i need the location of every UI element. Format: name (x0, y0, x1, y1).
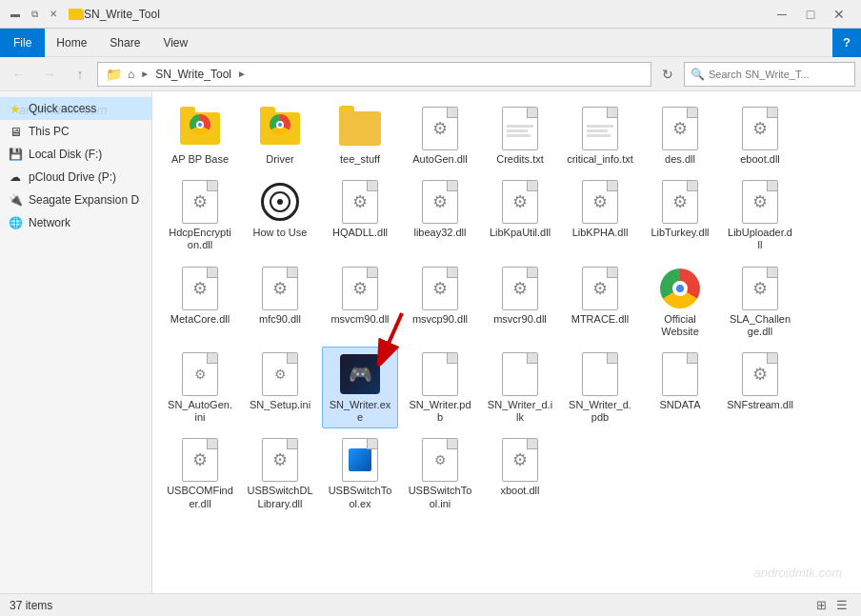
svg-line-1 (383, 313, 402, 356)
address-crumb-home: ⌂ (128, 68, 134, 81)
file-icon-snwriterdilk (497, 351, 543, 397)
file-item-eboot[interactable]: ⚙ eboot.dll (722, 101, 798, 170)
view-menu[interactable]: View (151, 29, 199, 57)
file-icon-libturkey: ⚙ (657, 179, 703, 225)
sidebar-label-localdisk: Local Disk (F:) (29, 148, 102, 161)
file-item-mfc90[interactable]: ⚙ mfc90.dll (242, 261, 318, 343)
search-input[interactable] (709, 69, 842, 80)
file-label-usbswitchini: USBSwitchTool.ini (407, 485, 473, 509)
file-item-snwriterpdb[interactable]: SN_Writer.pdb (402, 347, 478, 428)
file-item-msvcp90[interactable]: ⚙ msvcp90.dll (402, 261, 478, 343)
address-arrow-2: ► (237, 69, 247, 79)
file-item-libkpha[interactable]: ⚙ LibKPHA.dll (562, 174, 638, 256)
file-icon-apbpbase (177, 106, 223, 151)
file-label-xboot: xboot.dll (501, 485, 540, 497)
file-item-teestuff[interactable]: tee_stuff (322, 101, 398, 170)
sidebar-label-quickaccess: Quick access (29, 102, 96, 115)
minimize-button[interactable]: ─ (768, 0, 796, 29)
home-menu[interactable]: Home (45, 29, 98, 57)
file-item-criticalinfo[interactable]: critical_info.txt (562, 101, 638, 170)
refresh-button[interactable]: ↻ (655, 62, 680, 87)
file-item-snwriterdpdb[interactable]: SN_Writer_d.pdb (562, 347, 638, 428)
file-item-autogen[interactable]: ⚙ AutoGen.dll (402, 101, 478, 170)
file-label-sndata: SNDATA (660, 399, 701, 411)
file-icon-officialwebsite (657, 266, 703, 311)
file-item-libeay[interactable]: ⚙ libeay32.dll (402, 174, 478, 256)
file-item-officialwebsite[interactable]: Official Website (642, 261, 718, 343)
file-icon-metacore: ⚙ (177, 266, 223, 311)
file-item-msvcr90[interactable]: ⚙ msvcr90.dll (482, 261, 558, 343)
sidebar-item-quickaccess[interactable]: ★ Quick access (0, 97, 151, 120)
file-label-eboot: eboot.dll (740, 153, 780, 166)
file-item-des[interactable]: ⚙ des.dll (642, 101, 718, 170)
file-item-howtouse[interactable]: How to Use (242, 174, 318, 256)
file-item-libkpautil[interactable]: ⚙ LibKpaUtil.dll (482, 174, 558, 256)
sidebar-item-pcloud[interactable]: ☁ pCloud Drive (P:) (0, 166, 151, 189)
file-item-snsetup[interactable]: ⚙ SN_Setup.ini (242, 347, 318, 428)
file-label-des: des.dll (665, 153, 695, 166)
file-label-libeay: libeay32.dll (413, 227, 466, 239)
restore-icon-small: ⧉ (27, 7, 42, 22)
file-item-xboot[interactable]: ⚙ xboot.dll (482, 432, 558, 514)
file-menu[interactable]: File (0, 29, 45, 57)
maximize-button[interactable]: □ (796, 0, 825, 29)
file-label-criticalinfo: critical_info.txt (567, 153, 633, 166)
search-box[interactable]: 🔍 (684, 62, 855, 87)
sidebar-item-network[interactable]: 🌐 Network (0, 211, 151, 234)
sidebar-label-pcloud: pCloud Drive (P:) (29, 170, 116, 184)
sidebar-item-localdisk[interactable]: 💾 Local Disk (F:) (0, 143, 151, 166)
file-icon-slachallenge: ⚙ (737, 266, 783, 311)
sidebar-label-thispc: This PC (29, 125, 70, 138)
file-label-snfstream: SNFstream.dll (727, 399, 793, 411)
window-controls: ─ □ ✕ (768, 0, 853, 29)
file-item-libturkey[interactable]: ⚙ LibTurkey.dll (642, 174, 718, 256)
file-item-apbpbase[interactable]: AP BP Base (162, 101, 238, 170)
file-icon-usbcomfinder: ⚙ (177, 437, 223, 483)
file-item-usbcomfinder[interactable]: ⚙ USBCOMFinder.dll (162, 432, 238, 514)
file-item-snfstream[interactable]: ⚙ SNFstream.dll (722, 347, 798, 428)
help-button[interactable]: ? (832, 29, 861, 57)
title-bar: ▬ ⧉ ✕ SN_Write_Tool ─ □ ✕ (0, 0, 861, 29)
address-path: SN_Write_Tool (155, 68, 231, 81)
file-item-mtrace[interactable]: ⚙ MTRACE.dll (562, 261, 638, 343)
file-item-usbswitchini[interactable]: ⚙ USBSwitchTool.ini (402, 432, 478, 514)
folder-icon-title (69, 9, 84, 20)
file-icon-libuploader: ⚙ (737, 179, 783, 225)
file-icon-xboot: ⚙ (497, 437, 543, 483)
file-item-usbswitchtool[interactable]: USBSwitchTool.ex (322, 432, 398, 514)
up-button[interactable]: ↑ (67, 62, 93, 87)
file-label-msvcr90: msvcr90.dll (493, 313, 547, 326)
address-arrow-1: ► (140, 69, 150, 79)
close-button[interactable]: ✕ (825, 0, 853, 29)
file-item-slachallenge[interactable]: ⚙ SLA_Challenge.dll (722, 261, 798, 343)
sidebar-label-seagate: Seagate Expansion D (29, 193, 139, 207)
file-item-snwriterdilk[interactable]: SN_Writer_d.ilk (482, 347, 558, 428)
file-item-hdcp[interactable]: ⚙ HdcpEncryption.dll (162, 174, 238, 256)
sidebar-item-thispc[interactable]: 🖥 This PC (0, 120, 151, 143)
list-view[interactable]: ☰ (832, 596, 851, 615)
file-label-slachallenge: SLA_Challenge.dll (727, 313, 793, 338)
window-title: SN_Write_Tool (84, 8, 768, 21)
file-label-snwriterpdb: SN_Writer.pdb (407, 399, 473, 424)
file-icon-driver (257, 106, 303, 151)
file-item-driver[interactable]: Driver (242, 101, 318, 170)
share-menu[interactable]: Share (98, 29, 151, 57)
forward-button[interactable]: → (36, 62, 63, 87)
large-icons-view[interactable]: ⊞ (811, 596, 831, 615)
file-item-sndata[interactable]: SNDATA (642, 347, 718, 428)
file-icon-howtouse (257, 179, 303, 225)
file-item-credits[interactable]: Credits.txt (482, 101, 558, 170)
network-icon: 🌐 (8, 215, 23, 230)
file-icon-snsetup: ⚙ (257, 351, 303, 397)
sidebar-item-seagate[interactable]: 🔌 Seagate Expansion D (0, 189, 151, 211)
file-item-usbswitchdll[interactable]: ⚙ USBSwitchDLLibrary.dll (242, 432, 318, 514)
address-box[interactable]: 📁 ⌂ ► SN_Write_Tool ► (97, 62, 651, 87)
file-item-snwriter[interactable]: 🎮 SN_Writer.exe (322, 347, 398, 428)
file-item-metacore[interactable]: ⚙ MetaCore.dll (162, 261, 238, 343)
star-icon: ★ (8, 101, 23, 116)
file-item-libuploader[interactable]: ⚙ LibUploader.dll (722, 174, 798, 256)
file-item-hqadll[interactable]: ⚙ HQADLL.dll (322, 174, 398, 256)
file-item-snautogen[interactable]: ⚙ SN_AutoGen.ini (162, 347, 238, 428)
back-button[interactable]: ← (6, 62, 32, 87)
file-label-snsetup: SN_Setup.ini (250, 399, 310, 411)
